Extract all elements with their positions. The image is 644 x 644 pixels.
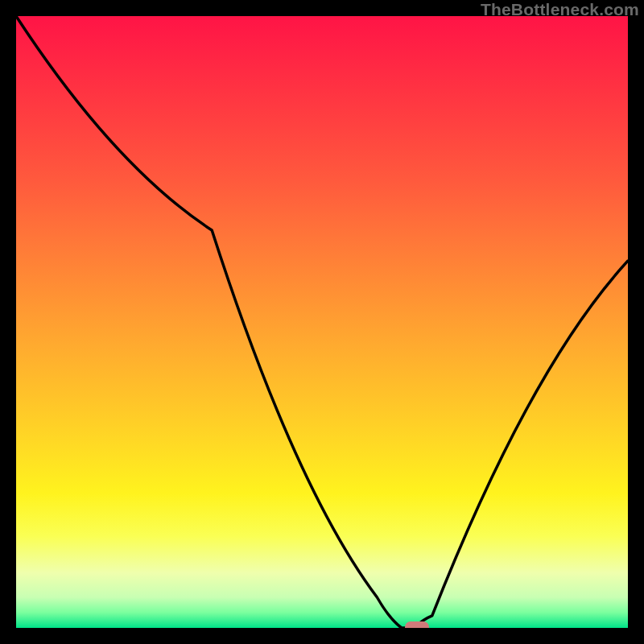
chart-frame: TheBottleneck.com — [0, 0, 644, 644]
watermark-text: TheBottleneck.com — [481, 0, 639, 19]
plot-area — [16, 16, 628, 628]
optimal-marker — [405, 621, 429, 628]
bottleneck-curve — [16, 16, 628, 628]
